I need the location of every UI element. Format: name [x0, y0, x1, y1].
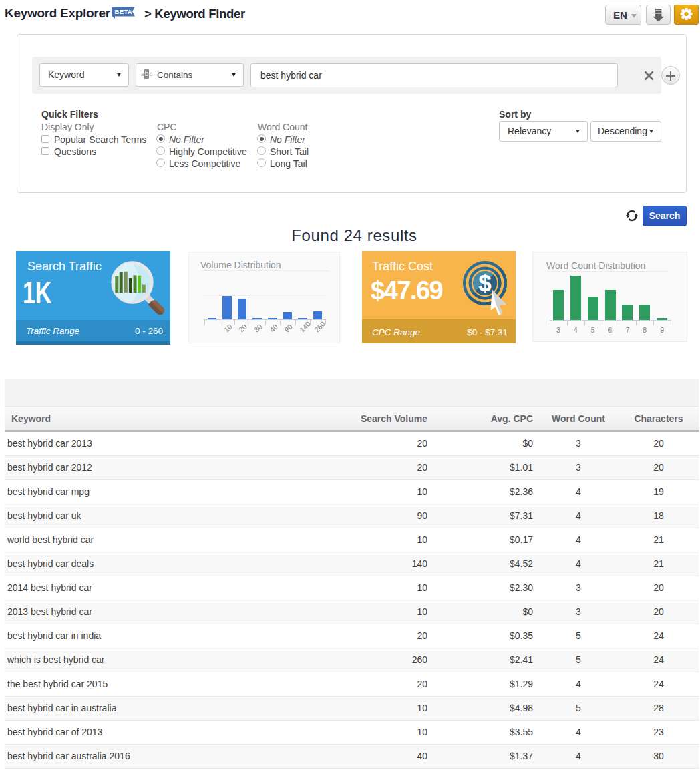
svg-text:BETA: BETA: [115, 8, 132, 15]
svg-text:$: $: [478, 270, 491, 296]
